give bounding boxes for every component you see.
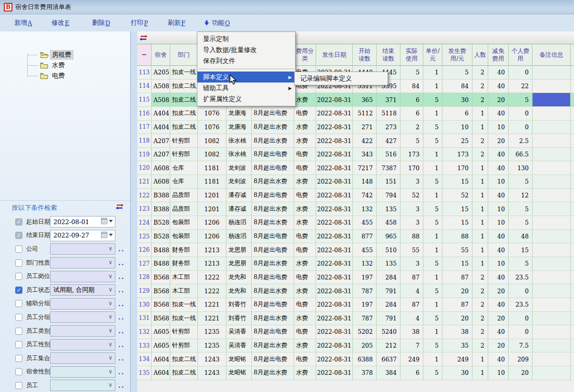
table-cell[interactable]: 965 [377, 230, 400, 244]
table-cell[interactable]: 木工部 [170, 271, 198, 285]
date-input[interactable]: 2022-08-01 [50, 216, 115, 227]
table-cell[interactable]: 132 [353, 202, 377, 216]
table-cell[interactable]: 10 [488, 202, 509, 216]
table-cell[interactable]: 吴清香 [226, 325, 252, 339]
table-cell[interactable]: 8月超出电费 [252, 107, 294, 121]
table-cell[interactable] [533, 230, 571, 244]
table-cell[interactable]: 40 [488, 230, 509, 244]
table-cell[interactable]: 1 [423, 298, 442, 312]
table-cell[interactable]: 8月超出电费 [252, 230, 294, 244]
table-cell[interactable]: 173 [400, 148, 423, 162]
menu-item-6[interactable]: 扩展属性定义 [197, 93, 295, 104]
table-cell[interactable]: 787 [353, 312, 377, 326]
table-cell[interactable]: 787 [353, 284, 377, 298]
table-cell[interactable]: 20 [488, 93, 509, 107]
table-cell[interactable]: A608 [152, 175, 170, 189]
table-cell[interactable]: 422 [353, 134, 377, 148]
table-cell[interactable]: 1 [472, 257, 488, 271]
table-cell[interactable]: 扣皮二线 [170, 93, 198, 107]
table-cell[interactable]: 8月超出电费 [252, 325, 294, 339]
table-cell[interactable]: 6 [442, 107, 472, 121]
row-number-cell[interactable]: 119 [137, 148, 152, 162]
table-cell[interactable]: 2022-08-31 [316, 284, 353, 298]
table-cell[interactable]: 170 [442, 161, 472, 175]
table-cell[interactable]: 2 [472, 271, 488, 285]
table-cell[interactable]: 516 [377, 148, 400, 162]
table-cell[interactable] [533, 189, 571, 203]
table-cell[interactable]: 151 [377, 175, 400, 189]
table-cell[interactable]: 365 [353, 93, 377, 107]
table-cell[interactable] [533, 284, 571, 298]
combo-more-button[interactable]: .. [118, 384, 125, 387]
table-cell[interactable]: 212 [377, 339, 400, 353]
combo-select[interactable]: ∨ [50, 380, 115, 391]
table-cell[interactable]: 针剪部 [170, 148, 198, 162]
table-cell[interactable]: B388 [152, 189, 170, 203]
table-cell[interactable]: 2022-08-31 [316, 189, 353, 203]
table-cell[interactable]: 1222 [198, 284, 226, 298]
table-cell[interactable] [533, 134, 571, 148]
table-cell[interactable]: 35 [442, 339, 472, 353]
table-cell[interactable]: 284 [377, 298, 400, 312]
row-number-cell[interactable]: 114 [137, 80, 152, 93]
table-cell[interactable] [533, 298, 571, 312]
table-cell[interactable]: 20 [488, 312, 509, 326]
row-number-cell[interactable]: 117 [137, 121, 152, 134]
table-cell[interactable]: 20 [488, 134, 509, 148]
table-cell[interactable]: 5 [423, 339, 442, 353]
menu-item-2[interactable]: 保存到文件 [197, 55, 295, 66]
table-cell[interactable]: 1 [423, 80, 442, 93]
table-cell[interactable]: 40 [488, 189, 509, 203]
table-cell[interactable]: 杨连滔 [226, 230, 252, 244]
table-cell[interactable]: 张水桃 [226, 148, 252, 162]
table-cell[interactable]: 8月超出电费 [252, 298, 294, 312]
column-header[interactable]: 个人费 用 [509, 44, 533, 65]
table-cell[interactable]: 877 [353, 230, 377, 244]
table-cell[interactable]: B568 [152, 284, 170, 298]
table-cell[interactable]: 22 [509, 80, 533, 93]
table-cell[interactable]: 5 [423, 216, 442, 230]
table-cell[interactable]: 龙思朋 [226, 257, 252, 271]
table-cell[interactable]: 40 [488, 107, 509, 121]
table-cell[interactable]: 扣皮二线 [170, 107, 198, 121]
table-cell[interactable]: 5 [400, 134, 423, 148]
table-cell[interactable]: 8月超出电费 [252, 352, 294, 366]
table-cell[interactable]: 扣皮一线 [170, 66, 198, 80]
table-cell[interactable]: 1221 [198, 312, 226, 326]
table-cell[interactable]: 2022-08-31 [316, 175, 353, 189]
table-cell[interactable]: 7.5 [509, 339, 533, 353]
table-cell[interactable]: 8月超出水费 [252, 216, 294, 230]
table-cell[interactable]: 木工部 [170, 284, 198, 298]
table-cell[interactable]: 水费 [294, 312, 316, 326]
date-input[interactable]: 2022-09-27 [50, 230, 115, 241]
table-cell[interactable]: B528 [152, 230, 170, 244]
collapse-all-header-cell[interactable]: − [137, 44, 152, 65]
table-cell[interactable]: 5 [423, 366, 442, 380]
row-number-cell[interactable]: 122 [137, 189, 152, 203]
table-cell[interactable]: 1181 [198, 175, 226, 189]
combo-more-button[interactable]: .. [118, 343, 125, 346]
table-cell[interactable]: 包装部 [170, 216, 198, 230]
table-cell[interactable]: 0 [509, 284, 533, 298]
table-cell[interactable]: 2022-08-31 [316, 202, 353, 216]
table-cell[interactable]: 0 [509, 66, 533, 80]
table-cell[interactable]: 1221 [198, 298, 226, 312]
table-cell[interactable]: 2 [472, 312, 488, 326]
table-cell[interactable]: 791 [377, 312, 400, 326]
table-cell[interactable]: 20 [488, 284, 509, 298]
table-cell[interactable]: 8月超出电费 [252, 243, 294, 257]
combo-select[interactable]: ∨ [50, 325, 115, 337]
search-field-checkbox[interactable] [15, 382, 22, 389]
table-cell[interactable]: A207 [152, 134, 170, 148]
search-field-checkbox[interactable]: ✓ [15, 218, 22, 226]
table-cell[interactable]: 1 [423, 325, 442, 339]
table-cell[interactable]: 40 [488, 148, 509, 162]
table-cell[interactable]: 5 [509, 202, 533, 216]
search-field-checkbox[interactable] [15, 368, 22, 375]
table-cell[interactable]: B528 [152, 216, 170, 230]
table-cell[interactable]: 40 [488, 352, 509, 366]
table-cell[interactable]: 40 [488, 80, 509, 93]
table-cell[interactable]: 135 [377, 202, 400, 216]
table-cell[interactable]: 271 [353, 121, 377, 134]
column-header[interactable]: 发生费 用/元 [442, 44, 472, 65]
